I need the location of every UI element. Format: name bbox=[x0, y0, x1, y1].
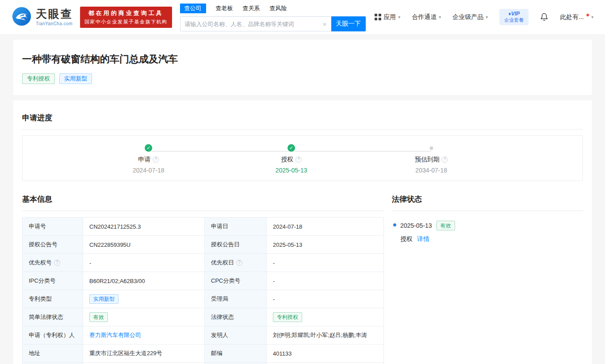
notification-bell-icon[interactable] bbox=[540, 13, 548, 21]
nav-apps-label: 应用 bbox=[383, 13, 396, 21]
legal-detail-link[interactable]: 详情 bbox=[417, 235, 429, 242]
table-row: 代理机构? 上海汉之律师事务所 代理人? - bbox=[23, 363, 384, 364]
field-value: 刘伊明;郑耀凯;叶小军;赵吕;杨鹏;丰涛 bbox=[273, 332, 367, 338]
field-value: - bbox=[89, 260, 91, 266]
field-label: 受理局 bbox=[211, 295, 228, 302]
status-badge: 专利授权 bbox=[273, 312, 302, 322]
patent-grant-badge: 专利授权 bbox=[22, 73, 55, 84]
user-name: 此处有... bbox=[560, 13, 584, 21]
header: 天眼查 TianYanCha.com 都在用的商业查询工具 国家中小企业发展子基… bbox=[0, 0, 605, 34]
help-icon[interactable]: ? bbox=[295, 157, 302, 163]
logo-text: 天眼查 bbox=[36, 8, 73, 19]
search-tab-risk[interactable]: 查风险 bbox=[270, 4, 287, 13]
search-tab-company[interactable]: 查公司 bbox=[180, 4, 206, 13]
nav-apps[interactable]: 应用 ▾ bbox=[375, 13, 400, 21]
search-button[interactable]: 天眼一下 bbox=[331, 16, 366, 31]
timeline-step-application: ✓ 申请? 2024-07-18 bbox=[133, 144, 165, 174]
field-label: 授权公告日 bbox=[211, 241, 240, 248]
slogan-line2: 国家中小企业发展子基金旗下机构 bbox=[84, 19, 168, 25]
field-label: 授权公告号 bbox=[29, 241, 57, 248]
field-label: CPC分类号 bbox=[211, 277, 240, 284]
step-date: 2024-07-18 bbox=[133, 167, 165, 174]
section-title-basic-info: 基本信息 bbox=[22, 194, 384, 211]
page-title: 一种带有破窗结构的车门总成及汽车 bbox=[22, 53, 583, 66]
search-area: 查公司 查老板 查关系 查风险 × 天眼一下 bbox=[180, 4, 366, 31]
step-date: 2025-05-13 bbox=[276, 167, 307, 174]
table-row: 申请（专利权）人 赛力斯汽车有限公司 发明人 刘伊明;郑耀凯;叶小军;赵吕;杨鹏… bbox=[23, 326, 384, 345]
table-row: 申请号 CN202421712525.3 申请日 2024-07-18 bbox=[23, 218, 384, 236]
field-label: 邮编 bbox=[211, 350, 222, 356]
legal-action-label: 授权 bbox=[400, 235, 413, 242]
page: 天眼查 TianYanCha.com 都在用的商业查询工具 国家中小企业发展子基… bbox=[0, 0, 605, 364]
field-value: CN222859395U bbox=[89, 241, 130, 248]
section-title-legal-status: 法律状态 bbox=[392, 194, 583, 211]
tianyancha-logo[interactable]: 天眼查 TianYanCha.com bbox=[11, 6, 73, 28]
patent-type-badge: 实用新型 bbox=[59, 73, 92, 84]
nav-partner-channel[interactable]: 合作通道 ▾ bbox=[412, 13, 441, 21]
help-icon[interactable]: ? bbox=[54, 260, 60, 266]
timeline-step-grant: ✓ 授权? 2025-05-13 bbox=[276, 144, 307, 174]
patent-detail-card: 申请进度 ✓ 申请? 2024-07-18 ✓ bbox=[13, 100, 592, 364]
applicant-company-link[interactable]: 赛力斯汽车有限公司 bbox=[89, 332, 141, 338]
table-row: 授权公告号 CN222859395U 授权公告日 2025-05-13 bbox=[23, 236, 384, 254]
field-label: 法律状态 bbox=[211, 314, 234, 320]
status-badge: 有效 bbox=[437, 221, 455, 230]
table-row: 优先权号? - 优先权日? - bbox=[23, 254, 384, 272]
top-nav: 应用 ▾ 合作通道 ▾ 企业级产品 ▾ ♦VIP 企业套餐 bbox=[375, 9, 594, 25]
nav-enterprise-products[interactable]: 企业级产品 ▾ bbox=[452, 13, 488, 21]
logo-icon bbox=[11, 6, 32, 28]
search-tab-boss[interactable]: 查老板 bbox=[216, 4, 233, 13]
step-label: 预估到期 bbox=[415, 156, 440, 163]
nav-enterprise-label: 企业级产品 bbox=[452, 13, 483, 21]
search-input[interactable] bbox=[180, 21, 331, 27]
step-date: 2034-07-18 bbox=[415, 167, 448, 174]
timeline-step-estimated-expiry: 预估到期? 2034-07-18 bbox=[415, 144, 448, 174]
legal-status-section: 法律状态 2025-05-13 有效 授权 详情 bbox=[392, 194, 583, 243]
patent-title-card: 一种带有破窗结构的车门总成及汽车 专利授权 实用新型 bbox=[13, 40, 592, 95]
help-icon[interactable]: ? bbox=[236, 260, 242, 266]
logo-domain: TianYanCha.com bbox=[36, 21, 73, 26]
pending-dot-icon bbox=[429, 146, 433, 150]
chevron-down-icon: ▾ bbox=[398, 15, 400, 19]
field-value: - bbox=[273, 260, 275, 266]
clear-input-icon[interactable]: × bbox=[323, 21, 327, 27]
field-label: 优先权日 bbox=[211, 259, 234, 266]
patent-type-badge: 实用新型 bbox=[89, 294, 119, 304]
field-label: 申请（专利权）人 bbox=[29, 332, 75, 338]
basic-info-section: 基本信息 申请号 CN202421712525.3 申请日 2024-07-18 bbox=[22, 194, 384, 364]
help-icon[interactable]: ? bbox=[153, 157, 159, 163]
help-icon[interactable]: ? bbox=[442, 157, 448, 163]
main-content: 一种带有破窗结构的车门总成及汽车 专利授权 实用新型 申请进度 ✓ 申请? bbox=[0, 34, 605, 364]
field-value: - bbox=[273, 296, 275, 303]
field-label: IPC分类号 bbox=[29, 277, 56, 284]
check-circle-icon: ✓ bbox=[145, 144, 152, 152]
vip-sub-label: 企业套餐 bbox=[504, 17, 524, 23]
user-account-menu[interactable]: 此处有... ▾ bbox=[560, 13, 594, 21]
field-label: 发明人 bbox=[211, 332, 228, 338]
field-label: 专利类型 bbox=[29, 295, 52, 302]
table-row: 简单法律状态 有效 法律状态 专利授权 bbox=[23, 308, 384, 326]
chevron-down-icon: ▾ bbox=[439, 15, 441, 19]
brand-slogan-badge: 都在用的商业查询工具 国家中小企业发展子基金旗下机构 bbox=[80, 7, 172, 28]
status-badge: 有效 bbox=[89, 312, 108, 322]
vip-label: VIP bbox=[511, 11, 520, 17]
search-tab-relation[interactable]: 查关系 bbox=[243, 4, 260, 13]
table-row: 专利类型 实用新型 受理局 - bbox=[23, 290, 384, 308]
bullet-icon bbox=[393, 223, 396, 226]
field-value: B60R21/02;A62B3/00 bbox=[89, 278, 145, 284]
field-value: - bbox=[273, 278, 275, 284]
field-value: 重庆市江北区福生大道229号 bbox=[89, 350, 162, 356]
vip-package-button[interactable]: ♦VIP 企业套餐 bbox=[499, 9, 528, 25]
chevron-down-icon: ▾ bbox=[591, 15, 594, 19]
field-value: CN202421712525.3 bbox=[89, 223, 141, 230]
field-label: 地址 bbox=[29, 350, 40, 356]
search-tabs: 查公司 查老板 查关系 查风险 bbox=[180, 4, 366, 13]
field-label: 简单法律状态 bbox=[29, 314, 63, 320]
step-label: 授权 bbox=[281, 156, 293, 163]
notification-red-dot bbox=[586, 14, 589, 16]
field-value: 2024-07-18 bbox=[273, 223, 302, 230]
field-value: 2025-05-13 bbox=[273, 241, 302, 248]
check-circle-icon: ✓ bbox=[287, 144, 295, 152]
nav-partner-label: 合作通道 bbox=[412, 13, 437, 21]
step-label: 申请 bbox=[138, 156, 150, 163]
